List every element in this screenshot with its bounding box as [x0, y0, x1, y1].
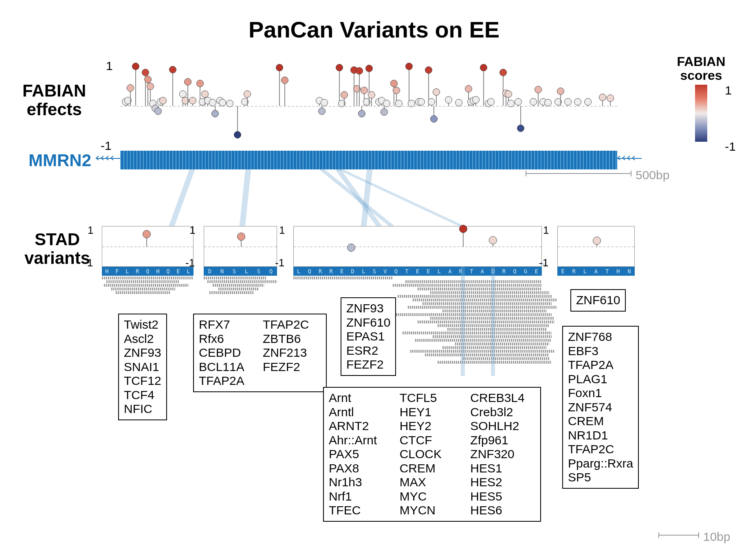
seq-residue: L [579, 267, 590, 276]
lollipop [366, 102, 367, 106]
tf-list-box: ZNF768EBF3TFAP2APLAG1Foxn1ZNF574CREMNR1D… [562, 326, 639, 489]
tf-name: ZNF574 [568, 400, 633, 415]
tf-name: TFAP2A [568, 358, 633, 372]
tf-name: PAX5 [329, 447, 394, 461]
seq-residue: F [112, 267, 122, 276]
lollipop [356, 89, 357, 106]
y-tick: -1 [539, 257, 548, 269]
seq-residue: T [466, 267, 477, 276]
legend-min: -1 [725, 140, 736, 154]
lollipop-ball [507, 100, 515, 107]
lollipop-ball [356, 67, 363, 75]
lollipop [130, 88, 131, 106]
y-tick: -1 [185, 257, 195, 269]
lollipop [610, 98, 611, 106]
lollipop [463, 229, 464, 247]
lollipop [448, 100, 449, 106]
lollipop-ball [428, 98, 435, 105]
read-bar [410, 350, 554, 353]
lollipop [560, 91, 561, 106]
read-bar [116, 291, 171, 294]
lollipop [411, 103, 412, 106]
lollipop [520, 106, 521, 128]
lollipop-ball [142, 69, 149, 76]
lollipop [533, 102, 534, 106]
lollipop [163, 101, 163, 106]
lollipop-ball [459, 225, 467, 233]
seq-residue: A [477, 267, 488, 276]
tf-name: MYCN [400, 503, 465, 518]
lollipop-ball [144, 76, 152, 83]
tf-name: CEBPD [199, 346, 257, 360]
lollipop [602, 97, 603, 106]
lollipop-ball [418, 98, 425, 105]
lollipop [237, 106, 238, 135]
lollipop-ball [405, 63, 413, 70]
lollipop-ball [465, 85, 472, 92]
lollipop [158, 106, 158, 111]
legend-title: FABIAN scores [667, 55, 736, 82]
lollipop-ball [321, 99, 328, 106]
seq-residue: Q [163, 267, 173, 276]
seq-residue: H [613, 267, 624, 276]
lollipop [386, 103, 387, 106]
y-tick: 1 [543, 224, 549, 237]
lollipop [212, 103, 213, 106]
read-bar [405, 280, 542, 283]
y-tick: 1 [189, 224, 195, 237]
seq-residue: S [253, 267, 265, 276]
stad-variants-label: STAD variants [24, 230, 90, 268]
tf-name: Rfx6 [199, 332, 257, 346]
lollipop-ball [196, 80, 204, 87]
seq-residue: E [173, 267, 183, 276]
read-bar [388, 313, 552, 316]
lollipop-ball [336, 64, 343, 71]
lollipop-ball [381, 108, 388, 116]
read-bar [413, 299, 557, 301]
arrow-tail-right [617, 158, 642, 159]
tf-name: MYC [400, 490, 465, 504]
seq-residue: Q [509, 267, 520, 276]
tf-name: Ahr::Arnt [329, 433, 394, 448]
tf-name: EPAS1 [346, 329, 390, 344]
seq-residue: H [153, 267, 163, 276]
lollipop [359, 71, 360, 106]
lollipop-ball [184, 78, 191, 86]
stad-panel-4: 1 -1 ERLATHN [557, 226, 635, 276]
lollipop-ball [480, 64, 487, 71]
lollipop-ball [395, 100, 403, 107]
seq-residue: E [557, 267, 568, 276]
seq-residue: E [337, 267, 348, 276]
lollipop [135, 66, 136, 106]
lollipop [247, 94, 248, 106]
lollipop [398, 103, 399, 106]
seq-residue: A [444, 267, 455, 276]
arrow-tail-left [96, 158, 120, 159]
lollipop-ball [599, 94, 606, 101]
lollipop-ball [361, 87, 368, 94]
lollipop [324, 103, 325, 106]
lollipop-ball [276, 64, 283, 71]
tf-name: TCF12 [124, 374, 161, 388]
lollipop-ball [237, 233, 245, 241]
lollipop-ball [234, 131, 241, 138]
tf-name: SOHLH2 [470, 419, 535, 433]
tf-name: ZNF768 [568, 330, 633, 344]
lollipop [596, 241, 597, 247]
tf-name: Ascl2 [124, 332, 161, 346]
seq-residue: L [358, 267, 369, 276]
lollipop-container [120, 63, 617, 149]
lollipop-ball [358, 110, 365, 117]
tf-name: HEY2 [400, 419, 465, 433]
lollipop [146, 234, 147, 247]
lollipop [587, 102, 588, 106]
lollipop [491, 102, 491, 106]
tf-name: PLAG1 [568, 372, 633, 387]
lollipop [384, 106, 385, 112]
read-bar [104, 284, 188, 287]
detail-plot [102, 226, 194, 267]
read-bar [393, 284, 542, 287]
lollipop [344, 95, 345, 106]
lollipop [510, 103, 511, 106]
legend-max: 1 [725, 83, 732, 97]
